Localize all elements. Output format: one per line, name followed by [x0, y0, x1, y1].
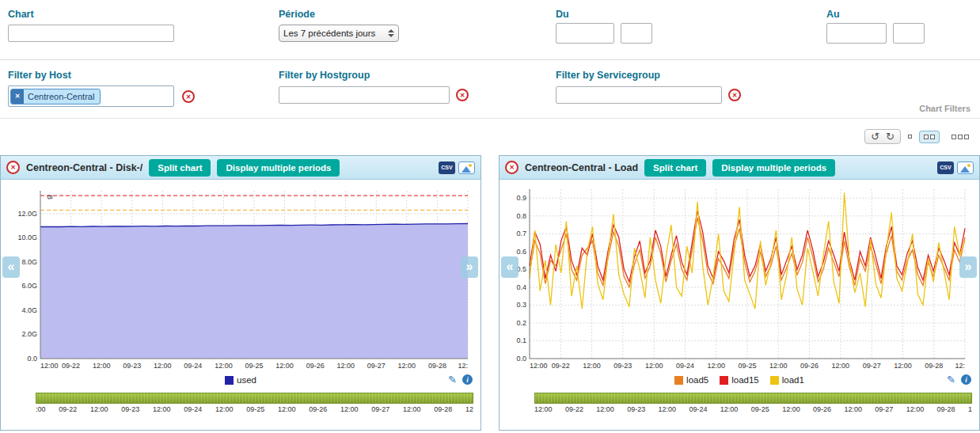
edit-icon[interactable]: ✎	[947, 374, 955, 385]
legend-item[interactable]: used	[225, 375, 256, 385]
svg-text:12:00: 12:00	[336, 362, 355, 370]
svg-text:12:00: 12:00	[398, 362, 416, 370]
disk-chart-area: 12:0009-2212:0009-2312:0009-2412:0009-25…	[1, 180, 481, 371]
svg-text:09-27: 09-27	[863, 362, 881, 370]
clear-host-filter-icon[interactable]: ✕	[182, 90, 195, 103]
shift-period-left-button[interactable]: «	[2, 256, 20, 278]
svg-text:0.3: 0.3	[516, 301, 526, 309]
au-date-input[interactable]	[826, 23, 887, 44]
rotate-left-icon[interactable]: ↺	[871, 131, 879, 142]
svg-text:09-24: 09-24	[676, 362, 694, 370]
svg-text:09-25: 09-25	[738, 362, 756, 370]
timeline-labels: :0009-2212:0009-2312:0009-2412:0009-2512…	[36, 405, 473, 413]
filter-row-secondary: Filter by Host ✕ Centreon-Central ✕ Filt…	[0, 60, 980, 119]
filter-by-host-label: Filter by Host	[8, 70, 71, 81]
remove-chart-icon[interactable]: ✕	[505, 161, 518, 174]
svg-text:0.4: 0.4	[516, 283, 526, 291]
svg-text:0.9: 0.9	[516, 194, 526, 202]
chart-legend: used	[219, 375, 262, 387]
legend-item[interactable]: load5	[674, 375, 708, 385]
svg-text:0.0: 0.0	[516, 355, 526, 363]
svg-text:12.0G: 12.0G	[17, 210, 37, 218]
au-time-input[interactable]	[893, 23, 925, 44]
svg-text:12:00: 12:00	[583, 362, 601, 370]
chart-filters-caption: Chart Filters	[919, 104, 971, 113]
svg-text:2.0G: 2.0G	[21, 330, 37, 338]
svg-text:10.0G: 10.0G	[17, 234, 37, 241]
svg-text:12:00: 12:00	[215, 362, 233, 370]
timeline-selector-bar[interactable]	[534, 393, 972, 404]
view-two-columns-button[interactable]	[919, 131, 940, 143]
split-chart-button[interactable]: Split chart	[644, 159, 706, 177]
svg-text:09-25: 09-25	[245, 362, 263, 370]
svg-text:12:: 12:	[955, 362, 965, 370]
rotate-right-icon[interactable]: ↻	[886, 131, 895, 142]
chart-filter-label: Chart	[8, 9, 34, 20]
svg-text:12:00: 12:00	[769, 362, 788, 370]
svg-text:0.2: 0.2	[516, 319, 526, 327]
clear-hostgroup-filter-icon[interactable]: ✕	[456, 89, 469, 101]
chart-title-load: Centreon-Central - Load	[525, 162, 638, 173]
chip-remove-icon[interactable]: ✕	[11, 89, 24, 104]
periode-label: Période	[279, 9, 315, 20]
display-multiple-periods-button[interactable]: Display multiple periods	[217, 159, 340, 177]
legend-item[interactable]: load1	[770, 375, 804, 385]
load-average-chart: 12:0009-2212:0009-2312:0009-2412:0009-25…	[503, 183, 974, 371]
svg-text:09-22: 09-22	[552, 362, 570, 370]
info-icon[interactable]: i	[961, 374, 971, 385]
du-date-input[interactable]	[556, 23, 614, 44]
charts-row: ✕ Centreon-Central - Disk-/ Split chart …	[0, 155, 980, 431]
export-csv-icon[interactable]: CSV	[439, 161, 455, 174]
svg-text:0.7: 0.7	[516, 230, 526, 237]
svg-text:09-23: 09-23	[123, 362, 141, 370]
load-legend-row: load5load15load1 ✎ i	[499, 371, 979, 391]
hostgroup-filter-input[interactable]	[279, 86, 450, 104]
shift-period-left-button[interactable]: «	[501, 256, 518, 278]
chart-panel-load-header: ✕ Centreon-Central - Load Split chart Di…	[499, 156, 979, 180]
filter-by-hostgroup-label: Filter by Hostgroup	[279, 70, 370, 81]
host-chip[interactable]: ✕ Centreon-Central	[10, 89, 101, 104]
export-csv-icon[interactable]: CSV	[937, 161, 954, 174]
remove-chart-icon[interactable]: ✕	[6, 161, 20, 174]
svg-text:12:00: 12:00	[894, 362, 912, 370]
svg-text:09-22: 09-22	[62, 362, 80, 370]
chart-panel-disk-header: ✕ Centreon-Central - Disk-/ Split chart …	[1, 156, 481, 180]
chart-filter-input[interactable]	[8, 25, 174, 42]
export-image-icon[interactable]	[458, 161, 475, 174]
filter-by-servicegroup-label: Filter by Servicegroup	[556, 70, 660, 81]
shift-period-right-button[interactable]: »	[959, 256, 977, 278]
export-image-icon[interactable]	[957, 161, 974, 174]
svg-text:B: B	[46, 195, 54, 199]
chevron-updown-icon	[388, 29, 394, 37]
view-three-columns-button[interactable]	[947, 131, 974, 143]
host-filter-input[interactable]: ✕ Centreon-Central	[8, 85, 174, 107]
legend-color-swatch	[720, 376, 728, 385]
svg-text:09-28: 09-28	[925, 362, 943, 370]
periode-selected-value: Les 7 précédents jours	[283, 28, 385, 38]
legend-color-swatch	[674, 376, 683, 385]
timeline-selector-bar[interactable]	[36, 393, 473, 404]
legend-item[interactable]: load15	[720, 375, 759, 385]
svg-text:12:00: 12:00	[40, 362, 59, 370]
du-time-input[interactable]	[621, 23, 652, 44]
timeline-labels: 12:0009-2212:0009-2312:0009-2412:0009-25…	[534, 405, 972, 413]
filter-row-primary: Chart Période Les 7 précédents jours Du …	[0, 0, 980, 60]
svg-text:0.6: 0.6	[516, 248, 526, 256]
shift-period-right-button[interactable]: »	[461, 256, 478, 278]
edit-icon[interactable]: ✎	[448, 374, 457, 385]
legend-color-swatch	[225, 376, 234, 385]
svg-text:09-26: 09-26	[800, 362, 819, 370]
svg-text:12:: 12:	[458, 362, 468, 370]
svg-text:12:00: 12:00	[154, 362, 172, 370]
view-one-column-icon[interactable]	[908, 135, 912, 139]
info-icon[interactable]: i	[462, 374, 473, 385]
svg-text:6.0G: 6.0G	[21, 282, 37, 290]
host-chip-label: Centreon-Central	[24, 92, 100, 101]
periode-select[interactable]: Les 7 précédents jours	[279, 25, 399, 42]
split-chart-button[interactable]: Split chart	[149, 159, 211, 177]
servicegroup-filter-input[interactable]	[556, 86, 722, 104]
clear-servicegroup-filter-icon[interactable]: ✕	[728, 89, 741, 101]
svg-text:12:00: 12:00	[530, 362, 548, 370]
display-multiple-periods-button[interactable]: Display multiple periods	[712, 159, 835, 177]
svg-text:12:00: 12:00	[832, 362, 850, 370]
